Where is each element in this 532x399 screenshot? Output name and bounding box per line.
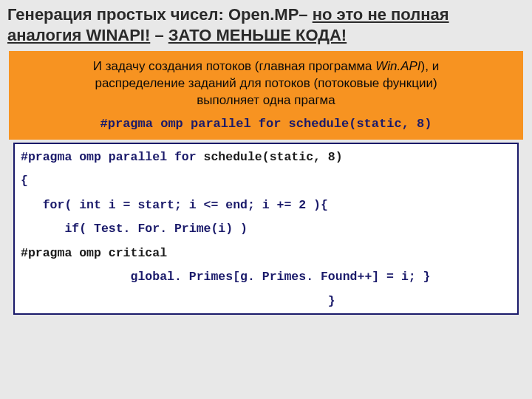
code-line-2: { [21, 175, 511, 188]
banner-pragma-code: #pragma omp parallel for schedule(static… [19, 117, 513, 131]
banner-text: И задачу создания потоков (главная прогр… [19, 58, 513, 109]
code-line-4: if( Test. For. Prime(i) ) [21, 223, 511, 236]
code-line-3: for( int i = start; i <= end; i += 2 ){ [21, 200, 511, 212]
banner-line1-italic: Win.API [375, 59, 420, 73]
code-l1-a: #pragma omp parallel for [21, 150, 204, 164]
banner-line1-a: И задачу создания потоков (главная прогр… [93, 59, 375, 73]
banner-line2: распределение заданий для потоков (поток… [95, 76, 437, 90]
code-line-1: #pragma omp parallel for schedule(static… [21, 151, 511, 164]
banner-line3: выполняет одна прагма [197, 93, 335, 107]
title-underlined-2: ЗАТО МЕНЬШЕ КОДА! [168, 26, 347, 44]
title-text-1: Генерация простых чисел: Open.MP [7, 5, 299, 24]
explanation-banner: И задачу создания потоков (главная прогр… [9, 51, 523, 140]
title-dash-1: – [299, 5, 312, 24]
code-l1-b: schedule(static, 8) [204, 150, 343, 164]
slide: Генерация простых чисел: Open.MP– но это… [0, 0, 532, 399]
code-block: #pragma omp parallel for schedule(static… [13, 143, 519, 316]
title-dash-2: – [150, 26, 168, 44]
slide-title: Генерация простых чисел: Open.MP– но это… [7, 4, 525, 45]
code-line-6: global. Primes[g. Primes. Found++] = i; … [21, 271, 511, 284]
code-line-7: } [21, 296, 511, 308]
code-line-5: #pragma omp critical [21, 248, 511, 260]
banner-line1-c: ), и [421, 59, 440, 73]
